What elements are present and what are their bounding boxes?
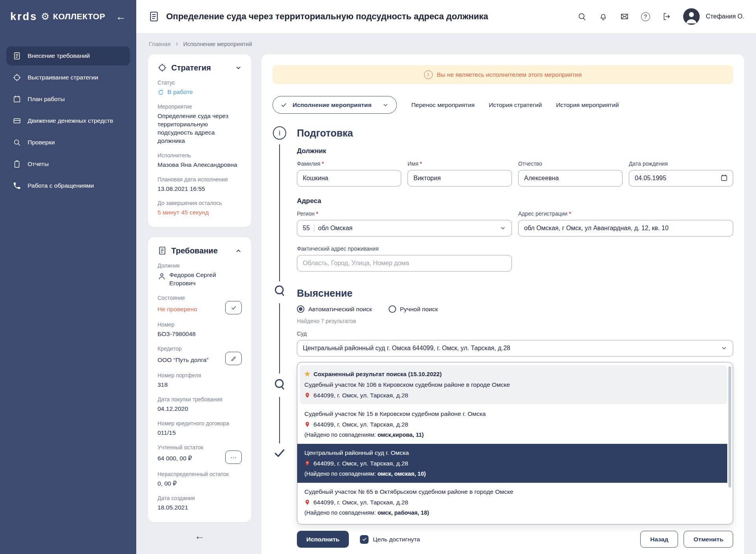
chevron-up-icon[interactable] bbox=[235, 247, 242, 254]
calendar-icon[interactable] bbox=[720, 174, 728, 182]
help-icon[interactable]: ? bbox=[641, 12, 650, 21]
option-address-row: 644099, г. Омск, ул. Тарская, д.28 bbox=[304, 497, 726, 508]
court-label: Суд bbox=[297, 330, 733, 337]
contract-number-label: Номер кредитного договора bbox=[158, 420, 242, 427]
actual-address-label: Фактический адрес проживания bbox=[297, 245, 512, 252]
results-count: Найдено 7 результатов bbox=[297, 318, 733, 325]
logo-row: krds ⚙ КОЛЛЕКТОР ← bbox=[0, 0, 136, 33]
topbar: Определение суда через территориальную п… bbox=[136, 0, 756, 33]
option-title: Центральный районный суд г. Омска bbox=[304, 447, 720, 458]
tabs-row: Исполнение мероприятия Перенос мероприят… bbox=[272, 96, 733, 114]
sidebar-item-money-flow[interactable]: Движение денежных стредств bbox=[6, 111, 130, 130]
purchase-date-value: 04.12.2020 bbox=[158, 405, 242, 413]
sidebar: krds ⚙ КОЛЛЕКТОР ← Внесение требований В… bbox=[0, 0, 136, 554]
sidebar-item-label: Работа с обращениями bbox=[28, 182, 94, 189]
addresses-group-title: Адреса bbox=[297, 197, 733, 205]
sidebar-item-appeals[interactable]: Работа с обращениями bbox=[6, 176, 130, 195]
more-actions-button[interactable]: … bbox=[225, 451, 242, 464]
sidebar-item-work-plan[interactable]: План работы bbox=[6, 90, 130, 109]
middlename-field: Отчество bbox=[518, 160, 623, 187]
court-option-selected[interactable]: Центральный районный суд г. Омска 644099… bbox=[297, 444, 727, 483]
option-title: Судебный участок № 15 в Кировском судебн… bbox=[304, 408, 726, 419]
wallet-icon bbox=[13, 116, 21, 125]
firstname-input[interactable] bbox=[408, 170, 512, 187]
contract-number-value: 011/15 bbox=[158, 429, 242, 437]
sidebar-item-claims-entry[interactable]: Внесение требований bbox=[6, 46, 130, 65]
goal-checkbox-label: Цель достигнута bbox=[373, 536, 420, 543]
chevron-down-icon[interactable] bbox=[235, 65, 242, 71]
check-icon bbox=[281, 102, 287, 108]
preparation-title: Подготовка bbox=[297, 127, 733, 139]
person-silhouette-icon bbox=[683, 8, 700, 25]
planned-date-label: Плановая дата исполнения bbox=[158, 176, 242, 183]
avatar[interactable] bbox=[683, 8, 700, 25]
pin-icon bbox=[304, 421, 310, 427]
created-date-label: Дата создания bbox=[158, 495, 242, 501]
option-address-row: 644099, г. Омск, ул. Тарская, д.28 bbox=[304, 390, 720, 401]
left-column: Стратегия Статус В работе Мероприятие Оп… bbox=[148, 54, 251, 542]
sidebar-item-label: Движение денежных стредств bbox=[28, 117, 113, 124]
collapse-panel-arrow[interactable]: ← bbox=[148, 530, 251, 542]
portfolio-label: Номер портфеля bbox=[158, 372, 242, 379]
balance-value: 64 000, 00 ₽ bbox=[158, 454, 192, 463]
radio-auto-search[interactable]: Автоматический поиск bbox=[297, 305, 372, 313]
sidebar-item-reports[interactable]: Отчеты bbox=[6, 155, 130, 174]
execution-form: i bbox=[272, 127, 733, 548]
main-card: ! Вы не являетесь исполнителем этого мер… bbox=[261, 54, 744, 554]
actual-address-input[interactable] bbox=[297, 255, 512, 271]
search-icon[interactable] bbox=[577, 12, 587, 21]
warning-banner: ! Вы не являетесь исполнителем этого мер… bbox=[272, 65, 733, 84]
registration-address-field: Адрес регистрации bbox=[518, 210, 733, 236]
bell-icon[interactable] bbox=[598, 12, 608, 21]
number-value: БОЗ-7980048 bbox=[158, 330, 242, 338]
back-button[interactable]: Назад bbox=[640, 531, 678, 548]
verify-button[interactable] bbox=[225, 301, 242, 314]
document-icon bbox=[13, 52, 21, 60]
check-icon bbox=[362, 537, 367, 542]
registration-address-input[interactable] bbox=[518, 220, 733, 236]
court-option[interactable]: Судебный участок № 15 в Кировском судебн… bbox=[297, 405, 733, 444]
execute-button[interactable]: Исполнить bbox=[297, 531, 349, 548]
step-connector-line bbox=[279, 397, 280, 443]
option-match: (Найдено по совпадениям: омск, рабочая, … bbox=[304, 508, 726, 518]
mail-icon[interactable] bbox=[620, 12, 629, 21]
edit-creditor-button[interactable] bbox=[225, 352, 242, 365]
court-option-saved[interactable]: ★ Сохраненный результат поиска (15.10.20… bbox=[300, 365, 727, 404]
radio-manual-search[interactable]: Ручной поиск bbox=[389, 305, 438, 313]
logo-gear-icon: ⚙ bbox=[41, 12, 50, 21]
sidebar-item-strategy[interactable]: Выстраивание стратегии bbox=[6, 68, 130, 87]
middlename-input[interactable] bbox=[518, 170, 623, 187]
tab-events-history[interactable]: История мероприятий bbox=[556, 102, 619, 109]
cancel-button[interactable]: Отменить bbox=[684, 531, 733, 548]
remaining-label: До завершения осталось bbox=[158, 200, 242, 206]
breadcrumb-home[interactable]: Главная bbox=[149, 41, 170, 47]
court-option[interactable]: Судебный участок № 65 в Октябрьском суде… bbox=[297, 483, 733, 522]
scrollbar-thumb[interactable] bbox=[728, 366, 731, 488]
tab-strategy-history[interactable]: История стратегий bbox=[489, 102, 542, 109]
lastname-input[interactable] bbox=[297, 170, 401, 187]
chevron-down-icon bbox=[382, 102, 389, 108]
purchase-date-label: Дата покупки требования bbox=[158, 396, 242, 403]
step-search2-icon bbox=[272, 377, 287, 391]
breadcrumb-current[interactable]: Исполнение мероприятий bbox=[183, 41, 252, 47]
sidebar-item-checks[interactable]: Проверки bbox=[6, 133, 130, 152]
step-connector-line bbox=[279, 144, 280, 281]
status-value: В работе bbox=[158, 88, 242, 96]
tab-transfer[interactable]: Перенос мероприятия bbox=[411, 102, 474, 109]
option-match: (Найдено по совпадениям: омск, омская, 1… bbox=[304, 469, 720, 479]
birthdate-field: Дата рождения bbox=[629, 160, 733, 187]
debtor-value: Федоров Сергей Егорович bbox=[158, 271, 242, 288]
region-select[interactable]: 55 обл Омская bbox=[297, 220, 512, 236]
creditor-row: ООО “Путь долга” bbox=[158, 352, 242, 365]
birthdate-input[interactable] bbox=[629, 170, 733, 187]
star-icon: ★ bbox=[304, 369, 310, 379]
region-label: Регион bbox=[297, 210, 512, 217]
goal-checkbox[interactable] bbox=[360, 535, 369, 544]
logout-icon[interactable] bbox=[662, 12, 671, 21]
radio-off-icon bbox=[389, 305, 396, 313]
tab-execution-active[interactable]: Исполнение мероприятия bbox=[272, 96, 397, 114]
court-select[interactable]: Центральный районный суд г. Омска 644099… bbox=[297, 340, 733, 356]
remaining-value: 5 минут 45 секунд bbox=[158, 209, 242, 217]
main-column: Определение суда через территориальную п… bbox=[136, 0, 756, 554]
sidebar-collapse-button[interactable]: ← bbox=[116, 11, 126, 22]
